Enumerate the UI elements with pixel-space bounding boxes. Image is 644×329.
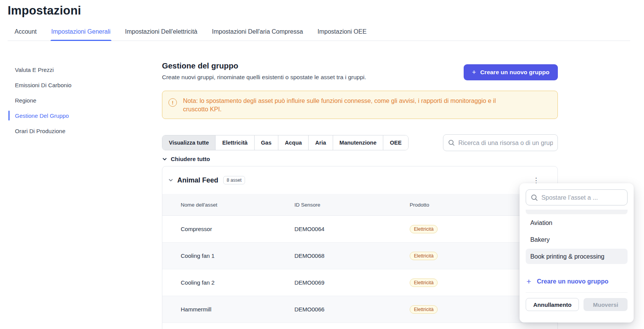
- asset-name-cell: Cooling fan 2: [181, 279, 294, 286]
- settings-tab[interactable]: Impostazioni Generali: [51, 24, 111, 41]
- group-management-panel: Gestione del gruppo Create nuovi gruppi,…: [162, 40, 558, 329]
- list-item-label: Animal Feed: [530, 210, 565, 211]
- filter-segment[interactable]: Aria: [309, 135, 333, 150]
- product-badge: Elettricità: [410, 252, 438, 260]
- move-button[interactable]: Muoversi: [584, 298, 628, 311]
- filter-segment[interactable]: Visualizza tutte: [162, 135, 216, 150]
- sidebar-item[interactable]: Valuta E Prezzi: [0, 62, 162, 77]
- popup-footer: Annullamento Muoversi: [526, 292, 628, 311]
- popup-search-box: [526, 189, 628, 205]
- sidebar-item-label: Gestione Del Gruppo: [15, 112, 69, 119]
- settings-sidebar: Valuta E Prezzi Emissioni Di Carbonio Re…: [0, 62, 162, 138]
- page-title: Impostazioni: [8, 4, 81, 18]
- section-header: Gestione del gruppo Create nuovi gruppi,…: [162, 61, 558, 81]
- sensor-id-cell: DEMO0064: [294, 226, 410, 232]
- sensor-id-cell: DEMO0069: [294, 279, 410, 286]
- filter-segment-label: OEE: [390, 140, 402, 146]
- chevron-down-icon[interactable]: [168, 177, 174, 183]
- asset-table-body: Compressor DEMO0064 Elettricità Muoversi…: [162, 216, 557, 329]
- note-banner: ! Nota: lo spostamento degli asset può i…: [162, 91, 558, 119]
- filter-segment-label: Aria: [315, 140, 326, 146]
- group-asset-count-badge: 8 asset: [223, 176, 245, 184]
- list-item-current-group[interactable]: Animal Feed ✓: [526, 210, 628, 214]
- column-header-product: Prodotto: [410, 202, 495, 208]
- filter-segment[interactable]: Gas: [255, 135, 278, 150]
- sidebar-item[interactable]: Emissioni Di Carbonio: [0, 77, 162, 93]
- filter-segment-label: Manutenzione: [340, 140, 377, 146]
- alert-circle-icon: !: [168, 98, 177, 107]
- list-item[interactable]: Aviation: [526, 214, 628, 231]
- settings-tab[interactable]: Impostazioni Dell'aria Compressa: [211, 24, 304, 41]
- sensor-id-cell: DEMO0066: [294, 306, 410, 313]
- tab-label: Impostazioni Dell'elettricità: [125, 28, 198, 35]
- filter-segment-label: Acqua: [285, 140, 302, 146]
- column-header-asset-name: Nome dell'asset: [181, 202, 294, 208]
- list-item-label: Book printing & processing: [530, 253, 605, 260]
- filter-segment[interactable]: Elettricità: [216, 135, 254, 150]
- sidebar-item-label: Emissioni Di Carbonio: [15, 82, 72, 88]
- list-item[interactable]: Bakery: [526, 231, 628, 248]
- asset-name-cell: Compressor: [181, 226, 294, 232]
- list-item-label: Aviation: [530, 219, 552, 226]
- asset-name-cell: Hammermill: [181, 306, 294, 313]
- asset-search-input[interactable]: [458, 139, 553, 147]
- tab-label: Account: [15, 28, 37, 35]
- column-header-sensor-id: ID Sensore: [294, 202, 410, 208]
- sidebar-item[interactable]: Orari Di Produzione: [0, 123, 162, 138]
- sidebar-item-label: Orari Di Produzione: [15, 128, 65, 134]
- create-group-button-label: Creare un nuovo gruppo: [480, 69, 549, 76]
- sidebar-item-label: Regione: [15, 97, 36, 104]
- settings-tab[interactable]: Impostazioni Dell'elettricità: [124, 24, 198, 41]
- settings-page: Impostazioni Account Impostazioni Genera…: [0, 0, 644, 329]
- group-select-items: Aviation Bakery Book printing & processi…: [526, 214, 628, 264]
- collapse-all-label: Chiudere tutto: [171, 156, 210, 162]
- settings-tab[interactable]: Impostazioni OEE: [317, 24, 367, 41]
- table-header-row: Nome dell'asset ID Sensore Prodotto: [162, 194, 557, 216]
- group-select-list: Animal Feed ✓ Aviation Bakery Book print…: [526, 210, 628, 269]
- list-item[interactable]: Book printing & processing: [526, 249, 628, 264]
- group-name: Animal Feed: [177, 176, 218, 184]
- note-text: Nota: lo spostamento degli asset può inf…: [183, 95, 501, 115]
- list-item-label: Bakery: [530, 236, 550, 243]
- sidebar-item-label: Valuta E Prezzi: [15, 67, 54, 73]
- sensor-id-cell: DEMO0068: [294, 252, 410, 259]
- group-card-header: Animal Feed 8 asset ⋮: [162, 166, 557, 194]
- table-row: Hammermill DEMO0066 Elettricità Muoversi: [162, 296, 557, 323]
- asset-name-cell: Cooling fan 1: [181, 252, 294, 259]
- tab-label: Impostazioni Generali: [51, 28, 111, 35]
- settings-tabbar: Account Impostazioni Generali Impostazio…: [8, 24, 630, 41]
- filter-controls: Visualizza tutte Elettricità Gas Acqua: [162, 134, 558, 151]
- table-row: Compressor DEMO0064 Elettricità Muoversi: [162, 216, 557, 243]
- table-row: Hammermill fan DEMO0067 Elettricità Muov…: [162, 323, 557, 329]
- table-row: Cooling fan 2 DEMO0069 Elettricità Muove…: [162, 269, 557, 296]
- section-description: Create nuovi gruppi, rinominate quelli e…: [162, 74, 366, 81]
- product-badge: Elettricità: [410, 279, 438, 287]
- tab-label: Impostazioni Dell'aria Compressa: [212, 28, 303, 35]
- group-card: Animal Feed 8 asset ⋮ Nome dell'asset ID…: [162, 166, 558, 329]
- tab-label: Impostazioni OEE: [317, 28, 366, 35]
- checkmark-icon: ✓: [618, 210, 623, 210]
- product-filter-segmented: Visualizza tutte Elettricità Gas Acqua: [162, 135, 409, 150]
- plus-icon: +: [526, 277, 531, 286]
- section-title: Gestione del gruppo: [162, 61, 366, 70]
- sidebar-item[interactable]: Regione: [0, 93, 162, 108]
- move-asset-popup: Animal Feed ✓ Aviation Bakery Book print…: [520, 183, 634, 322]
- popup-search-input[interactable]: [541, 194, 623, 201]
- cancel-button[interactable]: Annullamento: [526, 298, 579, 311]
- product-badge: Elettricità: [410, 225, 438, 233]
- settings-tab[interactable]: Account: [14, 24, 38, 41]
- filter-segment[interactable]: Acqua: [278, 135, 309, 150]
- product-badge: Elettricità: [410, 305, 438, 314]
- magnifier-icon: [448, 139, 455, 146]
- popup-create-group-link[interactable]: + Creare un nuovo gruppo: [526, 277, 628, 286]
- sidebar-item[interactable]: Gestione Del Gruppo: [0, 108, 162, 123]
- filter-segment-label: Gas: [261, 140, 271, 146]
- table-row: Cooling fan 1 DEMO0068 Elettricità Muove…: [162, 243, 557, 269]
- filter-segment[interactable]: OEE: [383, 135, 408, 150]
- asset-search-box: [443, 134, 558, 151]
- collapse-all-toggle[interactable]: Chiudere tutto: [162, 156, 558, 162]
- popup-create-group-label: Creare un nuovo gruppo: [537, 278, 608, 285]
- chevron-down-icon: [162, 156, 167, 162]
- filter-segment[interactable]: Manutenzione: [333, 135, 384, 150]
- create-group-button[interactable]: + Creare un nuovo gruppo: [464, 64, 558, 80]
